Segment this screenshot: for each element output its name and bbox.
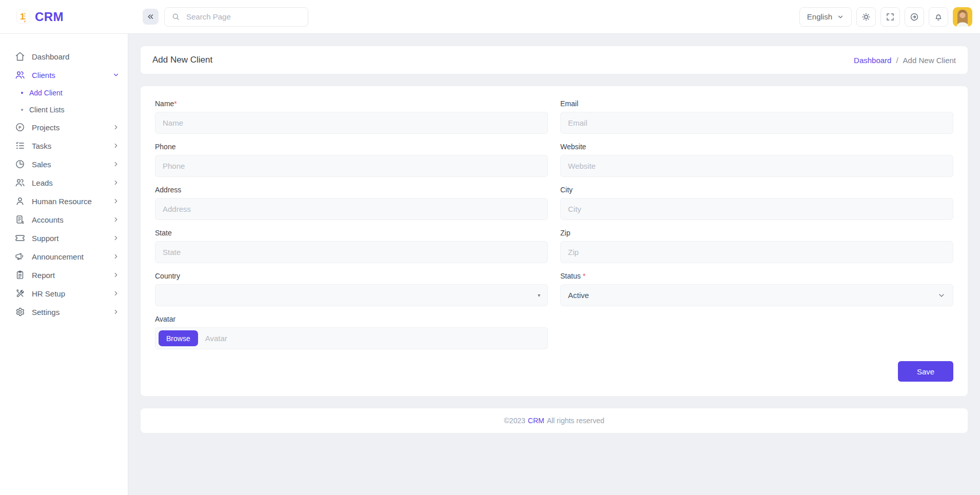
circled-p-icon: P: [15, 122, 25, 132]
chevron-right-icon: [112, 308, 120, 315]
form-actions: Save: [155, 361, 953, 382]
country-label: Country: [155, 272, 548, 280]
chevron-right-icon: [112, 124, 120, 131]
chevron-right-icon: [112, 142, 120, 149]
bullet-icon: [21, 109, 23, 111]
footer: ©2023 CRM All rights reserved: [141, 408, 968, 433]
phone-label: Phone: [155, 143, 548, 151]
user-avatar[interactable]: [953, 7, 972, 27]
search-input[interactable]: [185, 12, 301, 22]
sidebar-item-label: Support: [32, 234, 59, 243]
address-input[interactable]: [155, 198, 548, 220]
country-select[interactable]: ▾: [155, 284, 548, 306]
footer-brand-link[interactable]: CRM: [528, 417, 544, 425]
users-icon: [15, 70, 25, 80]
caret-down-icon: ▾: [538, 292, 540, 298]
language-selector[interactable]: English: [799, 7, 852, 27]
sidebar-collapse-button[interactable]: [143, 9, 159, 25]
email-field-group: Email: [560, 100, 953, 134]
footer-suffix: All rights reserved: [547, 417, 604, 425]
avatar-file-placeholder: Avatar: [205, 334, 227, 343]
sidebar-item-label: Clients: [32, 71, 55, 80]
bell-icon: [934, 12, 943, 22]
arrow-right-circle-icon: [910, 12, 919, 22]
brand-logo[interactable]: 1 s t o p CRM: [0, 10, 128, 24]
browse-button[interactable]: Browse: [159, 330, 198, 346]
sidebar-item-dashboard[interactable]: Dashboard: [0, 47, 128, 66]
status-field-group: Status* Active: [560, 272, 953, 306]
zip-field-group: Zip: [560, 229, 953, 263]
sidebar-item-label: Announcement: [32, 252, 84, 261]
add-client-form: Name* Email Phone Website Address City: [141, 86, 968, 396]
svg-text:$: $: [22, 221, 24, 225]
ticket-icon: [15, 233, 25, 243]
invoice-icon: $: [15, 214, 25, 225]
sidebar-subitem-add-client[interactable]: Add Client: [0, 84, 128, 101]
task-list-icon: [15, 141, 25, 151]
home-icon: [15, 51, 25, 62]
brand-name: CRM: [35, 10, 64, 24]
sidebar-item-report[interactable]: Report: [0, 266, 128, 284]
chevron-right-icon: [112, 234, 120, 242]
header-actions: English: [799, 7, 972, 27]
page-header-card: Add New Client Dashboard / Add New Clien…: [141, 46, 968, 74]
website-input[interactable]: [560, 155, 953, 177]
svg-text:P: P: [18, 125, 21, 130]
breadcrumb-dashboard-link[interactable]: Dashboard: [854, 56, 891, 65]
chevron-right-icon: [112, 253, 120, 260]
users-icon: [15, 177, 25, 188]
megaphone-icon: [15, 251, 25, 262]
chevron-right-icon: [112, 271, 120, 279]
fullscreen-icon: [886, 12, 895, 22]
chevron-right-icon: [112, 161, 120, 168]
sidebar-item-tasks[interactable]: Tasks: [0, 136, 128, 155]
save-button[interactable]: Save: [898, 361, 953, 382]
sidebar-item-label: Tasks: [32, 142, 51, 150]
email-input[interactable]: [560, 112, 953, 134]
city-label: City: [560, 186, 953, 194]
status-value: Active: [568, 291, 589, 300]
chevron-down-icon: [837, 13, 844, 21]
sidebar-item-clients[interactable]: Clients: [0, 66, 128, 84]
clipboard-icon: [15, 270, 25, 280]
sidebar-item-projects[interactable]: P Projects: [0, 118, 128, 136]
chevron-down-icon: [937, 291, 946, 300]
sidebar-item-accounts[interactable]: $ Accounts: [0, 210, 128, 229]
search-box: [164, 7, 308, 27]
city-input[interactable]: [560, 198, 953, 220]
state-input[interactable]: [155, 241, 548, 263]
tools-icon: [15, 288, 25, 299]
sidebar-item-announcement[interactable]: Announcement: [0, 247, 128, 266]
notifications-button[interactable]: [929, 7, 948, 27]
state-label: State: [155, 229, 548, 237]
sidebar-subitem-client-lists[interactable]: Client Lists: [0, 101, 128, 118]
status-label: Status*: [560, 272, 953, 280]
city-field-group: City: [560, 186, 953, 220]
status-select[interactable]: Active: [560, 284, 953, 306]
address-field-group: Address: [155, 186, 548, 220]
sidebar-item-human-resource[interactable]: Human Resource: [0, 192, 128, 210]
zip-input[interactable]: [560, 241, 953, 263]
sidebar-item-hr-setup[interactable]: HR Setup: [0, 284, 128, 303]
pie-chart-icon: [15, 159, 25, 169]
gear-icon: [15, 307, 25, 317]
grid-spacer: [560, 315, 953, 358]
state-field-group: State: [155, 229, 548, 263]
sidebar-item-label: Human Resource: [32, 197, 92, 206]
sidebar-item-support[interactable]: Support: [0, 229, 128, 247]
sidebar-item-sales[interactable]: Sales: [0, 155, 128, 173]
sidebar-item-settings[interactable]: Settings: [0, 303, 128, 321]
phone-input[interactable]: [155, 155, 548, 177]
logout-button[interactable]: [905, 7, 924, 27]
name-input[interactable]: [155, 112, 548, 134]
theme-toggle-button[interactable]: [856, 7, 876, 27]
chevron-right-icon: [112, 179, 120, 186]
website-field-group: Website: [560, 143, 953, 177]
sidebar-item-label: HR Setup: [32, 289, 65, 298]
chevron-right-icon: [112, 216, 120, 223]
sidebar-item-leads[interactable]: Leads: [0, 173, 128, 192]
fullscreen-button[interactable]: [880, 7, 900, 27]
chevron-right-icon: [112, 197, 120, 205]
main-content: Add New Client Dashboard / Add New Clien…: [128, 34, 980, 495]
avatar-file-input[interactable]: Browse Avatar: [155, 327, 548, 349]
